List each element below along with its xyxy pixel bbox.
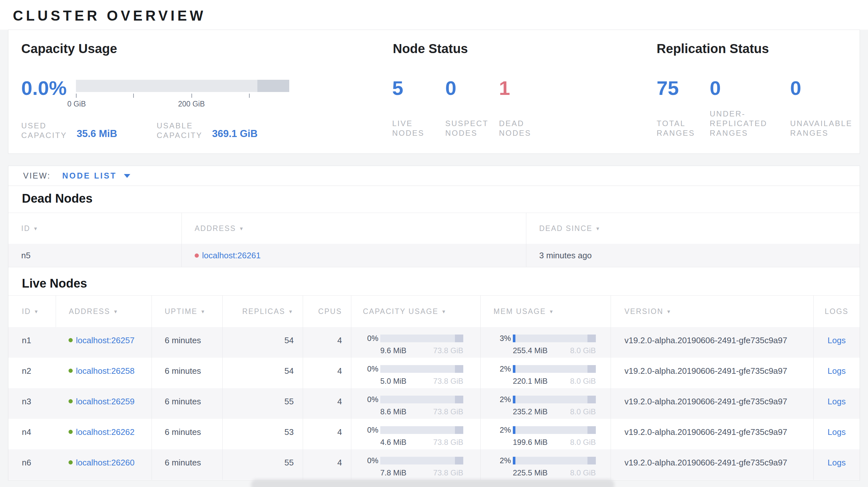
live-nodes-label: LIVE NODES <box>392 119 424 138</box>
node-uptime: 6 minutes <box>152 388 222 419</box>
dead-nodes-label: DEAD NODES <box>499 119 531 138</box>
node-address-link[interactable]: localhost:26258 <box>76 366 134 376</box>
capacity-percent: 0.0% <box>21 78 67 98</box>
table-row: n1 localhost:26257 6 minutes 54 4 0% 9.6… <box>8 327 860 358</box>
view-dropdown[interactable]: NODE LIST <box>62 171 117 181</box>
logs-link[interactable]: Logs <box>828 397 845 407</box>
column-header-cpus[interactable]: CPUS <box>303 296 351 327</box>
column-header-id[interactable]: ID▼ <box>8 213 181 244</box>
capacity-used: 7.8 MiB <box>380 468 406 477</box>
node-address-link[interactable]: localhost:26260 <box>76 458 134 468</box>
capacity-used: 8.6 MiB <box>380 407 406 416</box>
dropdown-caret-icon[interactable] <box>124 174 130 178</box>
node-status-heading: Node Status <box>393 41 468 56</box>
logs-cell: Logs <box>813 358 860 388</box>
suspect-nodes-label: SUSPECT NODES <box>445 119 488 138</box>
node-id: n6 <box>8 449 56 480</box>
node-id: n1 <box>8 327 56 358</box>
capacity-usage-heading: Capacity Usage <box>21 41 117 56</box>
column-header-version[interactable]: VERSION▼ <box>611 296 813 327</box>
total-ranges-label: TOTAL RANGES <box>657 119 695 138</box>
dead-nodes-header-row: ID▼ ADDRESS▼ DEAD SINCE▼ <box>8 213 860 244</box>
sort-icon: ▼ <box>33 226 39 231</box>
mem-used: 199.6 MiB <box>513 438 548 447</box>
node-id: n2 <box>8 358 56 388</box>
axis-tick <box>249 94 250 98</box>
mem-total: 8.0 GiB <box>570 346 596 355</box>
cluster-summary-card: Capacity Usage 0.0% 0 GiB 200 GiB USED C… <box>8 30 860 154</box>
live-nodes-heading: Live Nodes <box>22 277 87 290</box>
capacity-usage-cell: 0% 9.6 MiB 73.8 GiB <box>351 327 480 358</box>
usable-capacity-value: 369.1 GiB <box>212 128 257 140</box>
capacity-used: 9.6 MiB <box>380 346 406 355</box>
node-cpus: 4 <box>303 419 351 449</box>
node-replicas: 54 <box>222 327 303 358</box>
node-uptime: 6 minutes <box>152 449 222 480</box>
node-uptime: 6 minutes <box>152 327 222 358</box>
logs-link[interactable]: Logs <box>828 335 845 346</box>
under-replicated-count: 0 <box>710 78 721 98</box>
axis-tick <box>76 94 76 98</box>
mem-used: 235.2 MiB <box>513 407 548 416</box>
column-header-address[interactable]: ADDRESS▼ <box>181 213 526 244</box>
bottom-shadow-artifact <box>251 479 615 487</box>
node-replicas: 54 <box>222 358 303 388</box>
capacity-percent: 0% <box>354 334 378 343</box>
node-address-link[interactable]: localhost:26262 <box>76 427 134 437</box>
capacity-gauge-axis: 0 GiB 200 GiB <box>76 92 289 98</box>
logs-link[interactable]: Logs <box>828 427 845 437</box>
node-address-cell: localhost:26259 <box>56 388 152 419</box>
capacity-gauge-bar <box>76 80 289 92</box>
unavailable-ranges-label: UNAVAILABLE RANGES <box>790 119 852 138</box>
node-address-link[interactable]: localhost:26257 <box>76 335 134 346</box>
live-nodes-rows: n1 localhost:26257 6 minutes 54 4 0% 9.6… <box>8 327 860 480</box>
stat-total-ranges: 75 TOTAL RANGES <box>657 78 679 138</box>
capacity-gauge-other-segment <box>257 80 289 92</box>
sort-icon: ▼ <box>239 226 245 231</box>
mem-usage-cell: 2% 199.6 MiB 8.0 GiB <box>480 419 611 449</box>
sort-icon: ▼ <box>113 309 119 314</box>
mem-percent: 2% <box>487 395 511 404</box>
capacity-bar-other-segment <box>455 457 463 464</box>
capacity-bar <box>380 365 463 373</box>
live-status-icon <box>68 369 73 373</box>
column-header-uptime[interactable]: UPTIME▼ <box>152 296 222 327</box>
stat-dead-nodes: 1 DEAD NODES <box>499 78 510 138</box>
column-header-mem-usage[interactable]: MEM USAGE▼ <box>480 296 611 327</box>
mem-bar-fill <box>513 334 516 342</box>
mem-total: 8.0 GiB <box>570 438 596 447</box>
mem-bar-other-segment <box>587 396 596 403</box>
dead-nodes-count: 1 <box>499 78 510 98</box>
axis-tick <box>191 94 192 98</box>
logs-link[interactable]: Logs <box>828 458 845 468</box>
table-row: n4 localhost:26262 6 minutes 53 4 0% 4.6… <box>8 419 860 449</box>
mem-bar-fill <box>513 457 516 464</box>
column-header-address[interactable]: ADDRESS▼ <box>56 296 152 327</box>
column-header-capacity-usage[interactable]: CAPACITY USAGE▼ <box>351 296 480 327</box>
node-address-link[interactable]: localhost:26261 <box>202 251 260 261</box>
live-nodes-header-row: ID▼ ADDRESS▼ UPTIME▼ REPLICAS▼ CPUS CAPA… <box>8 295 860 327</box>
mem-percent: 2% <box>487 426 511 434</box>
node-address-cell: localhost:26261 <box>181 244 526 267</box>
live-status-icon <box>68 460 73 464</box>
node-cpus: 4 <box>303 358 351 388</box>
dead-status-icon <box>195 254 199 258</box>
sort-icon: ▼ <box>200 309 206 314</box>
node-address-link[interactable]: localhost:26259 <box>76 397 134 407</box>
view-label: VIEW: <box>23 171 51 181</box>
usable-capacity-stat: USABLE CAPACITY 369.1 GiB <box>157 121 258 140</box>
capacity-total: 73.8 GiB <box>433 468 463 477</box>
stat-unavailable-ranges: 0 UNAVAILABLE RANGES <box>790 78 801 138</box>
mem-used: 225.5 MiB <box>513 468 548 477</box>
column-header-replicas[interactable]: REPLICAS▼ <box>222 296 303 327</box>
mem-bar-other-segment <box>587 334 596 342</box>
logs-link[interactable]: Logs <box>828 366 845 376</box>
node-version: v19.2.0-alpha.20190606-2491-gfe735c9a97 <box>611 388 813 419</box>
mem-total: 8.0 GiB <box>570 407 596 416</box>
capacity-total: 73.8 GiB <box>433 407 463 416</box>
mem-total: 8.0 GiB <box>570 468 596 477</box>
mem-bar <box>513 396 596 403</box>
column-header-dead-since[interactable]: DEAD SINCE▼ <box>526 213 860 244</box>
under-replicated-label: UNDER- REPLICATED RANGES <box>710 109 767 138</box>
column-header-id[interactable]: ID▼ <box>8 296 56 327</box>
